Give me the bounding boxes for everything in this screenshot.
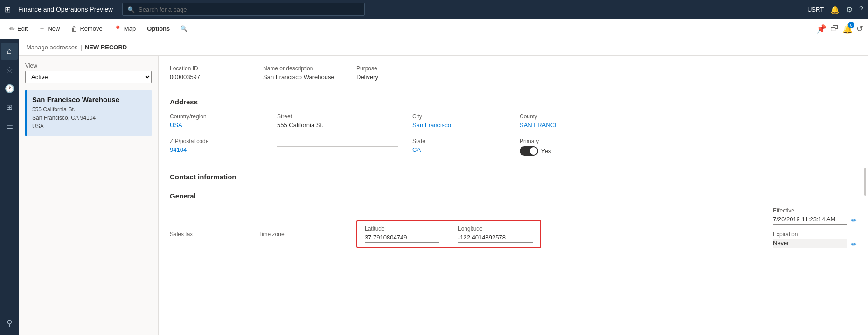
edit-icon: ✏ — [9, 25, 15, 33]
lat-long-box: Latitude 37.7910804749 Longitude -122.40… — [356, 220, 541, 248]
help-icon[interactable]: ? — [859, 5, 863, 14]
left-panel: View Active San Francisco Warehouse 555 … — [19, 56, 159, 335]
state-label: State — [412, 138, 506, 144]
expiration-edit-icon[interactable]: ✏ — [851, 240, 857, 248]
map-button[interactable]: 📍 Map — [109, 23, 140, 35]
edit-button[interactable]: ✏ Edit — [5, 23, 32, 35]
view-label: View — [25, 62, 152, 69]
primary-toggle-label: Yes — [541, 148, 551, 155]
city-field: City San Francisco — [412, 113, 506, 130]
primary-field: Primary Yes — [520, 138, 613, 156]
contact-section: Contact information — [170, 165, 857, 181]
notifications-icon[interactable]: 🔔 — [830, 5, 840, 14]
left-sidebar: ⌂ ☆ 🕐 ⊞ ☰ ⚲ — [0, 39, 19, 335]
view-select[interactable]: Active — [25, 71, 152, 83]
sidebar-filter-icon[interactable]: ⚲ — [1, 314, 18, 331]
card-addr-line2: San Francisco, CA 94104 — [32, 114, 146, 122]
effective-expiration-panel: Effective 7/26/2019 11:23:14 AM ✏ Expira… — [773, 207, 857, 248]
search-bar[interactable]: 🔍 — [122, 3, 365, 16]
name-description-label: Name or description — [263, 65, 338, 72]
card-name: San Francisco Warehouse — [32, 96, 146, 103]
zip-label: ZIP/postal code — [170, 138, 263, 144]
general-row: Sales tax Time zone Latitude 37.79108047… — [170, 207, 857, 248]
search-input[interactable] — [139, 6, 360, 13]
location-id-label: Location ID — [170, 65, 244, 72]
longitude-field: Longitude -122.4014892578 — [458, 226, 533, 243]
new-button[interactable]: ＋ New — [34, 22, 64, 35]
address-card[interactable]: San Francisco Warehouse 555 California S… — [25, 90, 152, 136]
form-panel: Location ID 000003597 Name or descriptio… — [159, 56, 868, 335]
name-description-value[interactable]: San Francisco Warehouse — [263, 74, 338, 82]
latitude-field: Latitude 37.7910804749 — [365, 226, 439, 243]
pin-icon[interactable]: 📌 — [816, 24, 826, 34]
zip-value[interactable]: 94104 — [170, 146, 263, 155]
purpose-value[interactable]: Delivery — [356, 74, 431, 82]
settings-icon[interactable]: ⚙ — [846, 5, 853, 14]
city-label: City — [412, 113, 506, 120]
contact-section-header: Contact information — [170, 169, 857, 181]
breadcrumb-separator: | — [81, 44, 82, 51]
sales-tax-label: Sales tax — [170, 231, 244, 238]
map-icon: 📍 — [114, 25, 122, 33]
country-value[interactable]: USA — [170, 122, 263, 130]
county-value[interactable]: SAN FRANCI — [520, 122, 613, 130]
app-grid-icon[interactable]: ⊞ — [5, 5, 11, 14]
address-fields: Country/region USA Street 555 California… — [170, 113, 857, 156]
state-value[interactable]: CA — [412, 146, 506, 155]
latitude-value[interactable]: 37.7910804749 — [365, 234, 439, 243]
options-button[interactable]: Options — [142, 23, 174, 34]
effective-label: Effective — [773, 207, 857, 214]
expiration-value[interactable]: Never — [773, 239, 847, 248]
state-field: State CA — [412, 138, 506, 156]
latitude-label: Latitude — [365, 226, 439, 232]
purpose-label: Purpose — [356, 65, 431, 72]
remove-button[interactable]: 🗑 Remove — [66, 23, 107, 35]
remove-icon: 🗑 — [71, 25, 77, 33]
breadcrumb-current: NEW RECORD — [85, 44, 127, 51]
primary-toggle[interactable] — [520, 146, 538, 156]
effective-field: Effective 7/26/2019 11:23:14 AM ✏ — [773, 207, 857, 225]
zip-field: ZIP/postal code 94104 — [170, 138, 263, 156]
cmd-search-icon[interactable]: 🔍 — [176, 23, 191, 34]
breadcrumb-link[interactable]: Manage addresses — [26, 44, 78, 51]
scroll-indicator — [864, 168, 866, 196]
sidebar-item-favorites[interactable]: ☆ — [1, 62, 18, 78]
refresh-icon[interactable]: ↺ — [856, 24, 863, 34]
street-field: Street 555 California St. — [277, 113, 398, 130]
street-label: Street — [277, 113, 398, 120]
search-icon: 🔍 — [127, 6, 135, 13]
breadcrumb: Manage addresses | NEW RECORD — [19, 39, 868, 56]
sales-tax-field: Sales tax — [170, 231, 244, 248]
street-value[interactable]: 555 California St. — [277, 122, 398, 130]
sales-tax-value[interactable] — [170, 239, 244, 248]
notification-badge: 0 — [848, 22, 854, 28]
sidebar-item-home[interactable]: ⌂ — [1, 43, 18, 60]
card-addr-line3: USA — [32, 122, 146, 130]
command-bar: ✏ Edit ＋ New 🗑 Remove 📍 Map Options 🔍 📌 … — [0, 19, 868, 39]
timezone-value[interactable] — [258, 239, 342, 248]
sidebar-item-workspaces[interactable]: ⊞ — [1, 99, 18, 116]
top-nav: ⊞ Finance and Operations Preview 🔍 USRT … — [0, 0, 868, 19]
longitude-value[interactable]: -122.4014892578 — [458, 234, 533, 243]
form-top-fields: Location ID 000003597 Name or descriptio… — [170, 65, 857, 82]
nav-right: USRT 🔔 ⚙ ? — [807, 5, 863, 14]
effective-edit-icon[interactable]: ✏ — [851, 217, 857, 224]
location-id-value[interactable]: 000003597 — [170, 74, 244, 82]
name-description-field: Name or description San Francisco Wareho… — [263, 65, 338, 82]
location-id-field: Location ID 000003597 — [170, 65, 244, 82]
sidebar-item-recent[interactable]: 🕐 — [1, 80, 18, 97]
city-value[interactable]: San Francisco — [412, 122, 506, 130]
expiration-field: Expiration Never ✏ — [773, 231, 857, 248]
cmd-right-icons: 📌 🗗 🔔 0 ↺ — [816, 24, 863, 34]
badge-container: 🔔 0 — [842, 24, 853, 34]
timezone-field: Time zone — [258, 231, 342, 248]
username-label: USRT — [807, 6, 824, 13]
sidebar-item-modules[interactable]: ☰ — [1, 117, 18, 134]
address-section-header: Address — [170, 94, 857, 106]
new-plus-icon: ＋ — [39, 25, 45, 33]
window-icon[interactable]: 🗗 — [830, 24, 839, 34]
effective-value[interactable]: 7/26/2019 11:23:14 AM — [773, 216, 847, 225]
primary-toggle-container: Yes — [520, 146, 613, 156]
app-title: Finance and Operations Preview — [18, 6, 113, 13]
country-label: Country/region — [170, 113, 263, 120]
